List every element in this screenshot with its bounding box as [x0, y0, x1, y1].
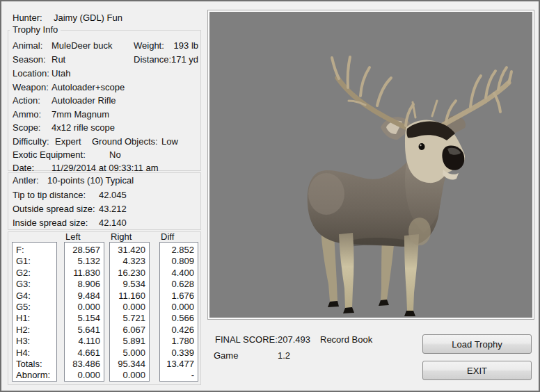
scope-label: Scope: — [13, 123, 40, 133]
exit-button[interactable]: EXIT — [422, 361, 532, 380]
score-value-right: 9.534 — [110, 279, 149, 290]
final-score-label: FINAL SCORE: — [215, 335, 278, 345]
trophy-window: Hunter: Jaimy (GDL) Fun Trophy Info Anim… — [0, 0, 540, 392]
score-value-diff: 0.566 — [160, 313, 198, 324]
score-value-right: 4.323 — [110, 256, 149, 267]
score-row-label: H1: — [13, 313, 56, 324]
season-value: Rut — [51, 55, 65, 65]
score-value-left: 83.486 — [65, 359, 104, 370]
score-value-diff: 0.426 — [160, 325, 198, 336]
score-value-left: 0.000 — [65, 370, 104, 381]
animal-value: MuleDeer buck — [51, 41, 112, 51]
ground-objects-value: Low — [161, 137, 178, 147]
score-header-right: Right — [111, 232, 132, 242]
trophy-viewport-frame — [207, 10, 534, 320]
antler-label: Antler: — [13, 176, 39, 186]
season-label: Season: — [13, 55, 46, 65]
score-value-right: 5.721 — [110, 313, 149, 324]
ammo-label: Ammo: — [13, 110, 41, 120]
score-row-label: G4: — [13, 291, 56, 302]
score-header-left: Left — [65, 232, 81, 242]
score-value-diff: 1.780 — [160, 336, 198, 347]
score-col-labels: F:G1:G2:G3:G4:G5:H1:H2:H3:H4:Totals:Abno… — [12, 242, 57, 382]
final-score-value: 207.493 — [278, 335, 310, 345]
score-row-label: G2: — [13, 268, 56, 279]
trophy-viewport[interactable] — [209, 12, 532, 318]
weapon-label: Weapon: — [13, 83, 49, 92]
viewport-background — [209, 12, 532, 318]
score-row-label: H4: — [13, 348, 56, 359]
score-value-diff: 0.339 — [160, 348, 198, 359]
animal-label: Animal: — [13, 41, 42, 51]
location-label: Location: — [13, 69, 49, 79]
score-value-right: 6.067 — [110, 325, 149, 336]
score-row-label: Totals: — [13, 359, 56, 370]
weight-label: Weight: — [134, 41, 164, 51]
score-value-diff: 0.809 — [160, 256, 198, 267]
score-col-diff: 2.8520.8094.4000.6281.6760.0000.5660.426… — [159, 242, 198, 382]
score-value-left: 28.567 — [65, 245, 104, 256]
score-row-label: Abnorm: — [13, 370, 56, 381]
score-value-diff: - — [160, 370, 198, 381]
record-status: Record Book — [320, 335, 372, 345]
antler-value: 10-points (10) Typical — [47, 176, 134, 186]
score-value-diff: 4.400 — [160, 268, 198, 279]
score-value-right: 16.230 — [110, 268, 149, 279]
game-version: 1.2 — [278, 351, 290, 361]
score-value-left: 4.110 — [65, 336, 104, 347]
difficulty-value: Expert — [55, 137, 81, 147]
action-value: Autoloader Rifle — [51, 96, 116, 106]
action-label: Action: — [13, 96, 40, 106]
score-value-left: 8.906 — [65, 279, 104, 290]
difficulty-label: Difficulty: — [13, 137, 49, 147]
score-value-right: 95.344 — [110, 359, 149, 370]
score-value-left: 4.661 — [65, 348, 104, 359]
distance-value: 171 yd — [166, 55, 198, 65]
score-value-left: 0.000 — [65, 302, 104, 313]
inside-spread-value: 42.140 — [99, 218, 127, 228]
date-value: 11/29/2014 at 09:33:11 am — [51, 163, 158, 173]
load-trophy-button[interactable]: Load Trophy — [422, 334, 532, 354]
hunter-value: Jaimy (GDL) Fun — [54, 13, 122, 23]
score-value-diff: 2.852 — [160, 245, 198, 256]
outside-spread-label: Outside spread size: — [13, 204, 95, 214]
ammo-value: 7mm Magnum — [51, 110, 109, 120]
inside-spread-label: Inside spread size: — [13, 218, 88, 228]
weapon-value: Autoloader+scope — [51, 83, 125, 92]
tip-to-tip-value: 42.045 — [99, 190, 127, 200]
deer-rump-highlight — [308, 173, 344, 215]
trophy-info-legend: Trophy Info — [10, 25, 61, 35]
deer-chest-patch — [408, 218, 431, 245]
score-row-label: G3: — [13, 279, 56, 290]
ground-objects-label: Ground Objects: — [92, 137, 158, 147]
deer-render — [209, 12, 532, 318]
weight-value: 193 lb — [166, 41, 198, 51]
score-value-diff: 1.676 — [160, 291, 198, 302]
score-value-right: 11.160 — [110, 291, 149, 302]
score-value-right: 31.420 — [110, 245, 149, 256]
score-value-right: 0.000 — [110, 370, 149, 381]
score-value-right: 5.891 — [110, 336, 149, 347]
game-label: Game — [214, 351, 238, 361]
score-row-label: G1: — [13, 256, 56, 267]
score-value-diff: 13.477 — [160, 359, 198, 370]
outside-spread-value: 43.212 — [99, 204, 127, 214]
score-value-diff: 0.000 — [160, 302, 198, 313]
score-value-right: 5.000 — [110, 348, 149, 359]
date-label: Date: — [13, 163, 34, 173]
score-value-left: 5.132 — [65, 256, 104, 267]
score-row-label: F: — [13, 245, 56, 256]
score-value-diff: 0.628 — [160, 279, 198, 290]
score-value-left: 5.154 — [65, 313, 104, 324]
hunter-label: Hunter: — [13, 13, 42, 23]
scope-value: 4x12 rifle scope — [51, 123, 115, 133]
exotic-equipment-label: Exotic Equipment: — [13, 150, 86, 160]
exotic-equipment-value: No — [109, 150, 121, 160]
score-row-label: H3: — [13, 336, 56, 347]
score-row-label: G5: — [13, 302, 56, 313]
score-value-left: 11.830 — [65, 268, 104, 279]
tip-to-tip-label: Tip to tip distance: — [13, 190, 86, 200]
deer-eye — [419, 143, 425, 150]
score-value-left: 5.641 — [65, 325, 104, 336]
location-value: Utah — [51, 69, 70, 79]
